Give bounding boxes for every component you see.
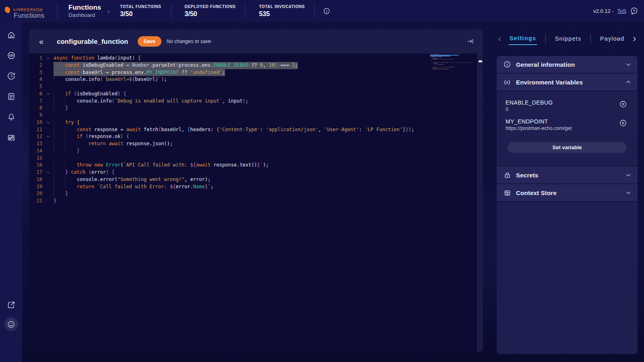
- topbar-divider: [57, 4, 58, 19]
- section-label: Secrets: [516, 172, 625, 179]
- brand-functions: Functions: [14, 12, 44, 19]
- editor-header: « configurable_function Save No changes …: [29, 29, 483, 53]
- topbar-divider: [314, 4, 315, 19]
- chevron-down-icon: [625, 189, 632, 196]
- sidebar-item-notifications-icon[interactable]: [0, 113, 22, 121]
- code-lines: 1async function lambda(input) {2····cons…: [29, 55, 477, 205]
- code-line[interactable]: 6if (isDebugEnabled) {: [29, 90, 477, 98]
- line-number: 20: [29, 190, 42, 197]
- tab-snippets[interactable]: Snippets: [554, 34, 582, 45]
- breadcrumb-chevron-icon: ›: [107, 8, 109, 14]
- svg-text:?: ?: [633, 8, 636, 13]
- code-line[interactable]: 12if (response.ok) {: [29, 133, 477, 140]
- line-number: 4: [29, 76, 42, 83]
- sidebar-item-history-icon[interactable]: [0, 72, 22, 80]
- open-panel-icon[interactable]: [467, 38, 474, 45]
- section-label: Environment Variables: [516, 79, 625, 86]
- code-line[interactable]: 1async function lambda(input) {: [29, 55, 477, 62]
- sidebar-item-external-link-icon[interactable]: [0, 300, 22, 309]
- info-icon[interactable]: [323, 7, 330, 15]
- code-line[interactable]: 16throw new Error(`API Call failed with:…: [29, 162, 477, 169]
- line-number: 5: [29, 83, 42, 90]
- line-number: 10: [29, 119, 42, 126]
- stat-value: 3/50: [120, 11, 161, 17]
- code-line[interactable]: 3····const·baseUrl·=·process.env.MY_ENDP…: [29, 69, 477, 76]
- collapse-panel-icon[interactable]: «: [39, 37, 43, 45]
- line-number: 6: [29, 90, 42, 98]
- tabs-chevron-right-icon[interactable]: [631, 36, 638, 42]
- code-line[interactable]: 14}: [29, 148, 477, 155]
- line-number: 19: [29, 183, 42, 191]
- code-line[interactable]: 11const response = await fetch(baseUrl, …: [29, 126, 477, 134]
- section-secrets[interactable]: Secrets: [497, 167, 638, 184]
- section-general-information[interactable]: General information: [497, 56, 638, 74]
- env-variable-row: MY_ENDPOINThttps://postman-echo.com/get: [506, 119, 630, 131]
- lock-icon: [503, 171, 512, 179]
- fold-chevron-icon[interactable]: [45, 56, 52, 60]
- help-icon[interactable]: ?: [630, 7, 638, 15]
- fold-chevron-icon[interactable]: [45, 121, 52, 125]
- section-environment-variables[interactable]: (x) Environment Variables: [497, 74, 638, 91]
- save-status: No changes to save: [167, 39, 211, 44]
- code-line[interactable]: 9: [29, 112, 477, 119]
- remove-variable-icon[interactable]: [619, 119, 627, 127]
- info-circle-icon: [503, 60, 512, 68]
- save-button[interactable]: Save: [138, 36, 161, 47]
- sidebar-item-home-icon[interactable]: [0, 31, 22, 39]
- tab-divider: [590, 34, 591, 44]
- code-line[interactable]: 7console.info(`Debug is enabled will cap…: [29, 98, 477, 105]
- panel-tab-bar: SettingsSnippetsPayload: [497, 32, 638, 46]
- nav-subtitle: Dashboard: [68, 12, 101, 18]
- tab-payload[interactable]: Payload: [599, 34, 625, 45]
- code-line: 21}: [430, 71, 477, 72]
- context-store-icon: [503, 189, 512, 197]
- code-line[interactable]: 8}: [29, 105, 477, 112]
- nav-title: Functions: [68, 4, 101, 11]
- fold-chevron-icon[interactable]: [45, 135, 52, 139]
- editor-scrollbar-thumb[interactable]: [479, 60, 482, 62]
- code-line[interactable]: 20}: [29, 190, 477, 197]
- code-line[interactable]: 15: [29, 155, 477, 162]
- tab-settings[interactable]: Settings: [509, 33, 537, 45]
- variable-value: 0: [506, 107, 619, 112]
- sidebar-item-feedback-smiley-icon[interactable]: [0, 317, 22, 331]
- tos-link[interactable]: ToS: [617, 8, 626, 14]
- line-number: 2: [29, 62, 42, 69]
- fold-chevron-icon[interactable]: [45, 171, 52, 175]
- code-line[interactable]: 21}: [29, 197, 477, 205]
- code-line[interactable]: 18console.error("Something went wrong!",…: [29, 176, 477, 183]
- section-context-store[interactable]: Context Store: [497, 184, 638, 202]
- fold-chevron-icon[interactable]: [45, 92, 52, 96]
- code-line[interactable]: 4console.info(`baseUrl=${baseUrl}`);: [29, 76, 477, 83]
- tabs-chevron-left-icon[interactable]: [497, 36, 503, 42]
- line-number: 12: [29, 133, 42, 140]
- sidebar-item-logs-icon[interactable]: [0, 92, 22, 101]
- code-editor[interactable]: 1async function lambda(input) {2····cons…: [29, 53, 483, 352]
- code-line[interactable]: 5: [29, 83, 477, 90]
- set-variable-button[interactable]: Set variable: [508, 142, 627, 153]
- minimap[interactable]: 1async function lambda(input) {2····cons…: [430, 54, 477, 73]
- chevron-up-icon: [625, 79, 632, 85]
- code-line[interactable]: 13return await response.json();: [29, 140, 477, 148]
- line-number: 18: [29, 176, 42, 183]
- line-number: 13: [29, 140, 42, 148]
- stat-label: DEPLOYED FUNCTIONS: [185, 5, 236, 9]
- code-line[interactable]: 2····const·isDebugEnabled·=·Number.parse…: [29, 62, 477, 69]
- top-bar: LIVEPERSON Functions Functions Dashboard…: [0, 0, 644, 22]
- left-sidebar: [0, 22, 22, 362]
- header-stat: TOTAL FUNCTIONS3/50: [115, 5, 171, 17]
- environment-variables-list: ENABLE_DEBUG0MY_ENDPOINThttps://postman-…: [497, 91, 638, 139]
- section-label: Context Store: [516, 189, 625, 196]
- stat-value: 3/50: [185, 11, 236, 17]
- remove-variable-icon[interactable]: [619, 100, 627, 108]
- sidebar-item-settings-icon[interactable]: [0, 133, 22, 142]
- code-line[interactable]: 19return `Call failed with Error: ${erro…: [29, 183, 477, 191]
- editor-scrollbar-track: [477, 53, 483, 352]
- sidebar-item-code-icon[interactable]: [0, 51, 22, 60]
- settings-panel: General information (x) Environment Vari…: [497, 56, 638, 354]
- liveperson-logo: LIVEPERSON Functions: [0, 3, 57, 19]
- code-line[interactable]: 10try {: [29, 119, 477, 126]
- header-stats: TOTAL FUNCTIONS3/50DEPLOYED FUNCTIONS3/5…: [115, 0, 315, 22]
- code-line[interactable]: 17} catch (error) {: [29, 169, 477, 176]
- variable-name: MY_ENDPOINT: [506, 119, 619, 124]
